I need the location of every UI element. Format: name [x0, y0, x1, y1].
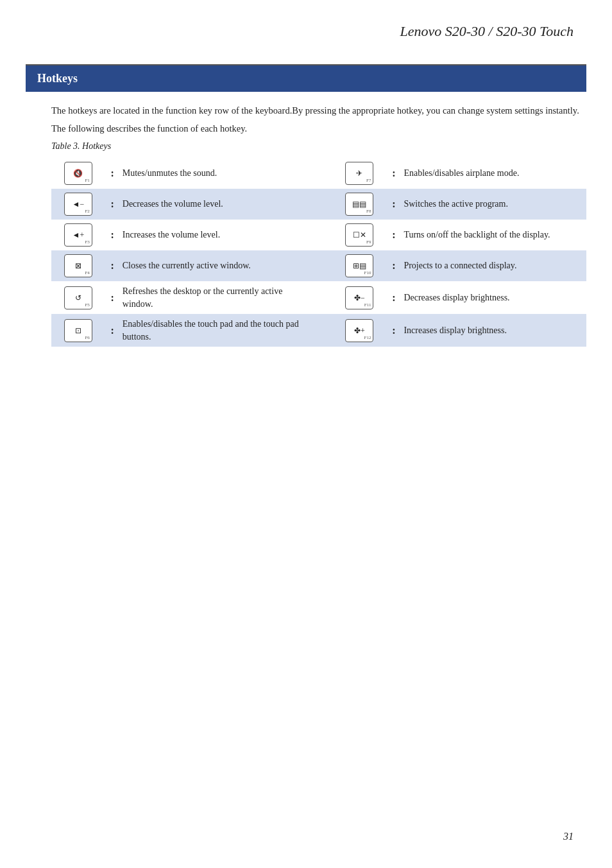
left-key-icon: ⊡F6: [51, 314, 105, 347]
right-key-icon: ✈F7: [333, 158, 387, 189]
left-key-icon: ⊠F4: [51, 250, 105, 281]
table-row: ⊡F6:Enables/disables the touch pad and t…: [51, 314, 586, 347]
colon-separator: :: [105, 314, 120, 347]
colon-separator: :: [386, 189, 401, 220]
right-description: Enables/disables airplane mode.: [401, 158, 586, 189]
right-description: Decreases display brightness.: [401, 281, 586, 314]
colon-separator: :: [105, 189, 120, 220]
right-key-icon: ✤−F11: [333, 281, 387, 314]
left-description: Closes the currently active window.: [120, 250, 305, 281]
left-description: Enables/disables the touch pad and the t…: [120, 314, 305, 347]
left-description: Mutes/unmutes the sound.: [120, 158, 305, 189]
column-gap: [305, 158, 332, 189]
right-description: Turns on/off the backlight of the displa…: [401, 220, 586, 250]
right-description: Projects to a connected display.: [401, 250, 586, 281]
colon-separator: :: [105, 220, 120, 250]
intro-line2: The following describes the function of …: [51, 121, 586, 135]
column-gap: [305, 189, 332, 220]
hotkeys-table: 🔇F1:Mutes/unmutes the sound.✈F7:Enables/…: [51, 158, 586, 347]
column-gap: [305, 220, 332, 250]
table-row: ↺F5:Refreshes the desktop or the current…: [51, 281, 586, 314]
intro-line1: The hotkeys are located in the function …: [51, 103, 586, 117]
colon-separator: :: [386, 220, 401, 250]
column-gap: [305, 281, 332, 314]
column-gap: [305, 250, 332, 281]
page-number: 31: [563, 831, 574, 842]
right-key-icon: ☐✕F9: [333, 220, 387, 250]
section-header: Hotkeys: [26, 64, 586, 92]
colon-separator: :: [386, 250, 401, 281]
table-row: ⊠F4:Closes the currently active window.⊞…: [51, 250, 586, 281]
colon-separator: :: [386, 158, 401, 189]
table-row: ◄−F2:Decreases the volume level.▤▤F8:Swi…: [51, 189, 586, 220]
page-title: Lenovo S20-30 / S20-30 Touch: [0, 0, 612, 53]
left-key-icon: ◄+F3: [51, 220, 105, 250]
left-description: Refreshes the desktop or the currently a…: [120, 281, 305, 314]
left-description: Increases the volume level.: [120, 220, 305, 250]
right-key-icon: ✤+F12: [333, 314, 387, 347]
table-row: ◄+F3:Increases the volume level.☐✕F9:Tur…: [51, 220, 586, 250]
left-key-icon: ↺F5: [51, 281, 105, 314]
table-caption: Table 3. Hotkeys: [51, 141, 586, 152]
colon-separator: :: [105, 281, 120, 314]
column-gap: [305, 314, 332, 347]
colon-separator: :: [105, 158, 120, 189]
colon-separator: :: [386, 281, 401, 314]
colon-separator: :: [386, 314, 401, 347]
colon-separator: :: [105, 250, 120, 281]
right-key-icon: ▤▤F8: [333, 189, 387, 220]
right-key-icon: ⊞▤F10: [333, 250, 387, 281]
left-description: Decreases the volume level.: [120, 189, 305, 220]
right-description: Switches the active program.: [401, 189, 586, 220]
table-row: 🔇F1:Mutes/unmutes the sound.✈F7:Enables/…: [51, 158, 586, 189]
right-description: Increases display brightness.: [401, 314, 586, 347]
left-key-icon: 🔇F1: [51, 158, 105, 189]
left-key-icon: ◄−F2: [51, 189, 105, 220]
